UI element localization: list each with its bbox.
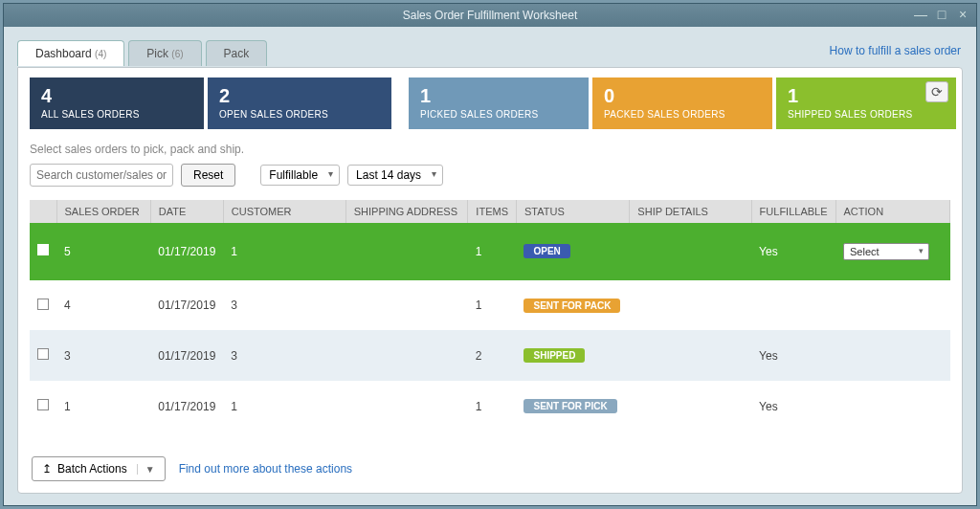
chevron-down-icon[interactable]: ▼ — [137, 464, 155, 475]
card-open-orders[interactable]: 2 OPEN SALES ORDERS — [208, 77, 391, 129]
status-badge: SENT FOR PICK — [523, 399, 616, 413]
tab-count: (4) — [95, 49, 106, 59]
cell-shipping — [345, 223, 468, 280]
status-badge: SHIPPED — [523, 348, 585, 363]
refresh-icon: ⟳ — [931, 84, 943, 100]
tab-dashboard[interactable]: Dashboard (4) — [17, 40, 124, 66]
status-badge: OPEN — [523, 244, 569, 258]
row-checkbox[interactable] — [37, 244, 49, 255]
cell-fulfillable: Yes — [751, 330, 835, 381]
column-header[interactable]: SHIPPING ADDRESS — [345, 200, 468, 223]
date-filter-select[interactable]: Last 14 days — [347, 165, 443, 186]
cell-shipping — [345, 280, 468, 331]
orders-table: SALES ORDER DATE CUSTOMER SHIPPING ADDRE… — [30, 200, 950, 432]
tab-pack[interactable]: Pack — [206, 40, 268, 66]
cell-items: 1 — [468, 223, 517, 280]
table-row[interactable]: 5 01/17/2019 1 1 OPEN Yes Select — [30, 223, 950, 280]
cell-items: 1 — [468, 381, 517, 432]
help-link[interactable]: How to fulfill a sales order — [830, 44, 961, 57]
footer-row: ↥ Batch Actions ▼ Find out more about th… — [32, 456, 352, 481]
minimize-icon[interactable]: — — [913, 8, 928, 23]
card-value: 4 — [41, 85, 192, 107]
column-header-checkbox[interactable] — [30, 200, 56, 223]
tab-label: Dashboard — [35, 47, 92, 60]
content-area: Dashboard (4) Pick (6) Pack How to fulfi… — [4, 27, 976, 505]
cell-sales-order[interactable]: 4 — [56, 280, 150, 331]
cell-fulfillable: Yes — [751, 223, 835, 280]
main-panel: ⟳ 4 ALL SALES ORDERS 2 OPEN SALES ORDERS… — [17, 67, 963, 494]
titlebar: Sales Order Fulfillment Worksheet — □ × — [4, 4, 976, 27]
table-row[interactable]: 1 01/17/2019 1 1 SENT FOR PICK Yes — [30, 381, 950, 432]
column-header[interactable]: STATUS — [516, 200, 629, 223]
card-picked-orders[interactable]: 1 PICKED SALES ORDERS — [409, 77, 589, 129]
cell-items: 1 — [468, 280, 517, 331]
row-checkbox[interactable] — [37, 299, 49, 310]
cell-shipping — [345, 381, 468, 432]
column-header[interactable]: ACTION — [835, 200, 949, 223]
refresh-button[interactable]: ⟳ — [925, 81, 948, 102]
app-window: Sales Order Fulfillment Worksheet — □ × … — [3, 3, 977, 506]
card-label: PICKED SALES ORDERS — [420, 109, 577, 120]
card-value: 2 — [219, 85, 380, 107]
card-label: OPEN SALES ORDERS — [219, 109, 380, 120]
cell-ship-details — [630, 381, 751, 432]
column-header[interactable]: SHIP DETAILS — [630, 200, 751, 223]
close-icon[interactable]: × — [955, 8, 970, 23]
cell-date: 01/17/2019 — [150, 330, 223, 381]
window-title: Sales Order Fulfillment Worksheet — [403, 9, 578, 22]
cell-fulfillable — [751, 280, 835, 331]
cell-date: 01/17/2019 — [150, 381, 223, 432]
cell-date: 01/17/2019 — [150, 223, 223, 280]
table-row[interactable]: 3 01/17/2019 3 2 SHIPPED Yes — [30, 330, 950, 381]
cell-items: 2 — [468, 330, 517, 381]
status-badge: SENT FOR PACK — [523, 299, 620, 313]
row-checkbox[interactable] — [37, 348, 49, 360]
table-row[interactable]: 4 01/17/2019 3 1 SENT FOR PACK — [30, 280, 950, 331]
cell-customer: 3 — [223, 330, 345, 381]
search-input[interactable] — [30, 164, 173, 187]
card-all-orders[interactable]: 4 ALL SALES ORDERS — [30, 77, 204, 129]
card-packed-orders[interactable]: 0 PACKED SALES ORDERS — [592, 77, 772, 129]
table-body: 5 01/17/2019 1 1 OPEN Yes Select 4 01/17… — [30, 223, 950, 432]
tab-label: Pick — [146, 47, 168, 60]
column-header[interactable]: FULFILLABLE — [751, 200, 835, 223]
upload-icon: ↥ — [42, 462, 52, 476]
cell-ship-details — [630, 223, 751, 280]
cell-sales-order[interactable]: 1 — [56, 381, 150, 432]
reset-button[interactable]: Reset — [181, 164, 235, 187]
column-header[interactable]: DATE — [150, 200, 223, 223]
card-value: 0 — [604, 85, 761, 107]
tab-count: (6) — [171, 49, 183, 59]
column-header[interactable]: SALES ORDER — [56, 200, 150, 223]
tab-pick[interactable]: Pick (6) — [128, 40, 201, 66]
cell-ship-details — [630, 280, 751, 331]
footer-help-link[interactable]: Find out more about these actions — [179, 462, 352, 476]
cell-date: 01/17/2019 — [150, 280, 223, 331]
cell-shipping — [345, 330, 468, 381]
column-header[interactable]: ITEMS — [468, 200, 517, 223]
cell-sales-order[interactable]: 3 — [56, 330, 150, 381]
column-header[interactable]: CUSTOMER — [223, 200, 345, 223]
card-value: 1 — [420, 85, 577, 107]
maximize-icon[interactable]: □ — [934, 8, 949, 23]
batch-actions-button[interactable]: ↥ Batch Actions ▼ — [32, 456, 166, 481]
instruction-text: Select sales orders to pick, pack and sh… — [30, 143, 950, 156]
select-value: Last 14 days — [356, 168, 421, 182]
cell-ship-details — [630, 330, 751, 381]
table-header: SALES ORDER DATE CUSTOMER SHIPPING ADDRE… — [30, 200, 950, 223]
status-filter-select[interactable]: Fulfillable — [260, 165, 340, 186]
card-value: 1 — [788, 85, 945, 107]
card-label: ALL SALES ORDERS — [41, 109, 192, 120]
select-value: Fulfillable — [269, 168, 318, 182]
summary-cards: 4 ALL SALES ORDERS 2 OPEN SALES ORDERS 1… — [30, 77, 950, 129]
card-label: PACKED SALES ORDERS — [604, 109, 761, 120]
cell-fulfillable: Yes — [751, 381, 835, 432]
window-controls: — □ × — [913, 8, 970, 23]
tab-row: Dashboard (4) Pick (6) Pack How to fulfi… — [17, 38, 963, 67]
cell-customer: 1 — [223, 223, 345, 280]
action-select[interactable]: Select — [843, 243, 929, 260]
tab-label: Pack — [224, 47, 250, 60]
card-label: SHIPPED SALES ORDERS — [788, 109, 945, 120]
row-checkbox[interactable] — [37, 399, 49, 410]
batch-label: Batch Actions — [57, 462, 127, 476]
